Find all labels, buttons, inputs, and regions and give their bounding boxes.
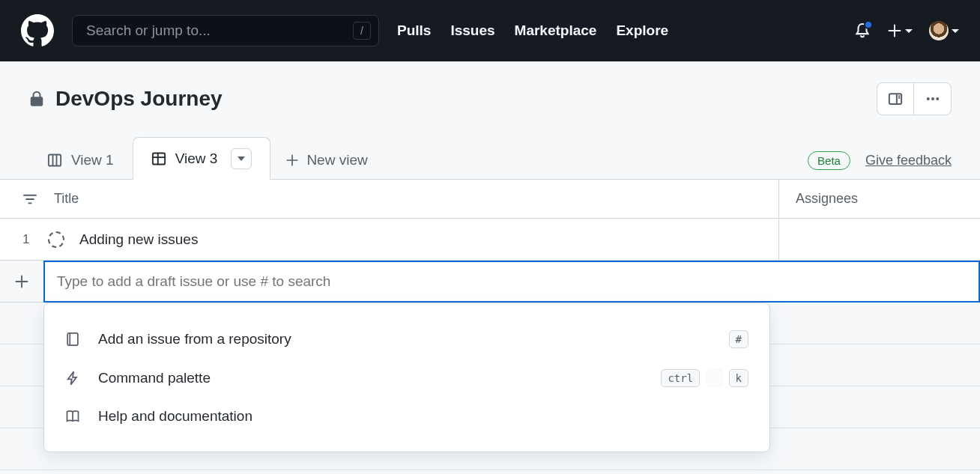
avatar (929, 21, 949, 40)
k-key-hint: k (729, 369, 748, 387)
project-title[interactable]: DevOps Journey (55, 87, 223, 111)
table-header: Title Assignees (0, 180, 980, 219)
view-tab-3-label: View 3 (175, 151, 218, 167)
global-search-placeholder: Search or jump to... (86, 22, 211, 39)
dropdown-help[interactable]: Help and documentation (44, 398, 769, 435)
board-icon (47, 153, 62, 168)
global-search[interactable]: Search or jump to... / (72, 15, 379, 46)
view-tab-1[interactable]: View 1 (28, 141, 133, 179)
ctrl-key-hint: ctrl (661, 369, 700, 387)
new-view-label: New view (306, 152, 367, 168)
svg-point-4 (926, 97, 929, 100)
header-right (854, 21, 959, 40)
column-title-label[interactable]: Title (54, 191, 79, 207)
table-icon (151, 151, 166, 166)
book-icon (65, 409, 82, 424)
user-menu[interactable] (929, 21, 959, 40)
view-tab-1-label: View 1 (71, 152, 114, 168)
nav-pulls[interactable]: Pulls (397, 22, 431, 39)
project-more-menu[interactable] (914, 82, 952, 115)
project-header: DevOps Journey (0, 61, 980, 115)
slash-key-hint: / (353, 22, 371, 40)
nav-explore[interactable]: Explore (616, 22, 668, 39)
view-tab-3[interactable]: View 3 (133, 137, 271, 180)
blank-key-hint (706, 369, 722, 387)
lock-icon (28, 91, 45, 107)
svg-point-5 (931, 97, 934, 100)
notifications-button[interactable] (854, 22, 871, 39)
primary-nav: Pulls Issues Marketplace Explore (397, 22, 668, 39)
svg-rect-0 (889, 94, 901, 104)
caret-down-icon (952, 29, 959, 33)
new-view-button[interactable]: New view (270, 142, 382, 179)
hash-key-hint: # (729, 330, 748, 348)
dropdown-command-palette[interactable]: Command palette ctrl k (44, 359, 769, 398)
repo-icon (65, 332, 82, 347)
dropdown-add-from-repo-label: Add an issue from a repository (98, 331, 291, 347)
zap-icon (65, 371, 82, 386)
svg-point-6 (936, 97, 939, 100)
global-header: Search or jump to... / Pulls Issues Mark… (0, 0, 980, 61)
beta-badge: Beta (808, 151, 850, 170)
add-item-dropdown: Add an issue from a repository # Command… (43, 303, 770, 452)
row-title[interactable]: Adding new issues (79, 231, 198, 248)
give-feedback-link[interactable]: Give feedback (865, 153, 952, 168)
column-assignees-label[interactable]: Assignees (779, 191, 858, 207)
draft-issue-icon (48, 231, 64, 248)
dropdown-add-from-repo[interactable]: Add an issue from a repository # (44, 320, 769, 359)
caret-down-icon (905, 29, 913, 33)
new-item-row (0, 261, 980, 303)
dropdown-command-palette-label: Command palette (98, 370, 211, 386)
nav-issues[interactable]: Issues (450, 22, 494, 39)
filter-icon[interactable] (22, 192, 37, 207)
create-menu[interactable] (887, 23, 913, 38)
add-item-button[interactable] (0, 261, 43, 303)
svg-rect-7 (49, 155, 61, 166)
new-item-input[interactable] (43, 261, 980, 303)
toggle-sidepanel-button[interactable] (877, 82, 914, 115)
table-row[interactable]: 1 Adding new issues (0, 219, 980, 261)
empty-rows-area: Add an issue from a repository # Command… (0, 303, 980, 470)
views-tabbar: View 1 View 3 New view Beta Give feedbac… (0, 115, 980, 180)
dropdown-help-label: Help and documentation (98, 408, 252, 425)
svg-rect-13 (67, 333, 78, 345)
caret-down-icon (238, 157, 245, 161)
nav-marketplace[interactable]: Marketplace (515, 22, 597, 39)
view-options-dropdown[interactable] (231, 148, 252, 169)
notification-dot-icon (864, 20, 873, 29)
svg-rect-10 (153, 154, 165, 165)
row-number: 1 (22, 232, 33, 247)
github-logo[interactable] (21, 14, 54, 47)
